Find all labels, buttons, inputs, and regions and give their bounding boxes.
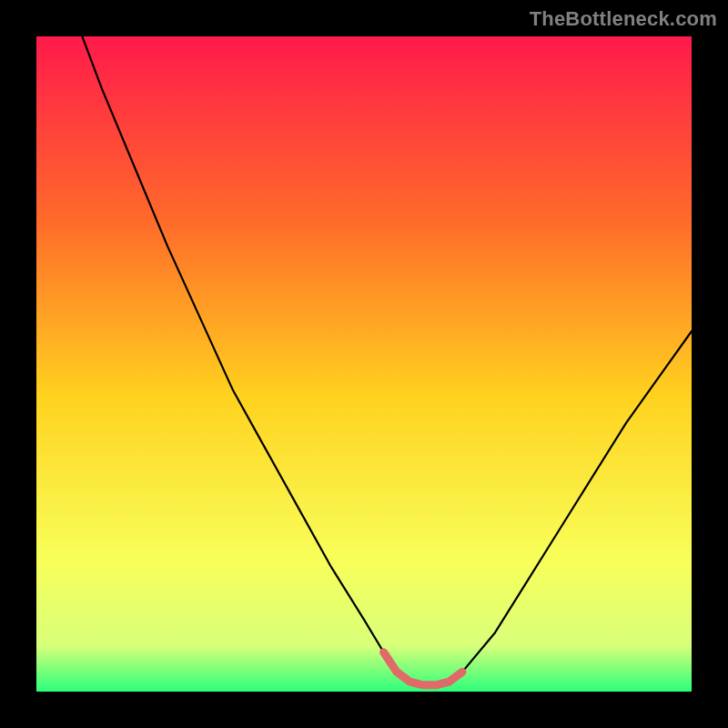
gradient-background <box>36 36 692 692</box>
chart-frame: { "watermark": "TheBottleneck.com", "col… <box>0 0 728 728</box>
watermark-text: TheBottleneck.com <box>530 7 717 31</box>
bottleneck-chart <box>36 36 692 692</box>
plot-area <box>36 36 692 692</box>
